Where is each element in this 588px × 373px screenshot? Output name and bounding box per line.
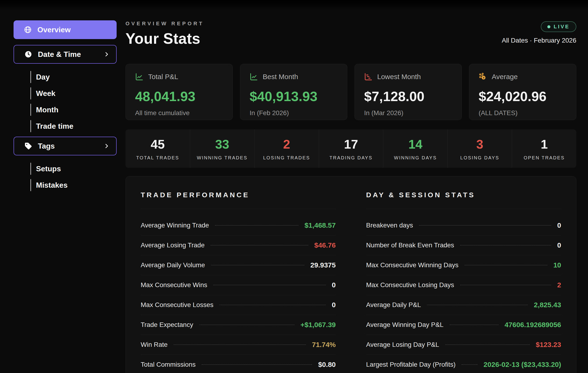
stat-row-largest-profitable-day: Largest Profitable Day (Profits) 2026-02… (366, 355, 561, 373)
card-subtext: In (Mar 2026) (364, 109, 452, 117)
counter-open-trades: 1 OPEN TRADES (512, 129, 576, 168)
counter-label: WINNING TRADES (197, 155, 248, 161)
sidebar-item-date-time[interactable]: Date & Time (14, 45, 117, 64)
stat-row-average-losing-trade: Average Losing Trade $46.76 (141, 235, 336, 255)
sidebar-item-tags[interactable]: Tags (14, 137, 117, 155)
day-session-stats-section: DAY & SESSION STATS Breakeven days 0 Num… (366, 191, 561, 373)
stat-label: Average Losing Day P&L (366, 341, 439, 348)
stat-row-average-winning-trade: Average Winning Trade $1,468.57 (141, 216, 336, 235)
trade-performance-section: TRADE PERFORMANCE Average Winning Trade … (141, 191, 336, 373)
counter-losing-trades: 2 LOSING TRADES (254, 129, 319, 168)
sidebar-subitem-day[interactable]: Day (30, 69, 117, 85)
counter-winning-days: 14 WINNING DAYS (383, 129, 448, 168)
counter-trading-days: 17 TRADING DAYS (319, 129, 383, 168)
stat-label: Breakeven days (366, 222, 413, 229)
sidebar-subitem-setups[interactable]: Setups (30, 161, 117, 177)
stat-value: 29.9375 (310, 261, 336, 269)
dotted-leader (427, 305, 528, 305)
stat-value: $46.76 (314, 241, 336, 249)
stat-value: 2026-02-13 ($23,433.20) (483, 361, 561, 369)
sidebar-item-label: Overview (37, 25, 71, 34)
stat-row-max-consecutive-winning-days: Max Consecutive Winning Days 10 (366, 255, 561, 275)
stat-label: Largest Profitable Day (Profits) (366, 361, 456, 368)
subitem-label: Trade time (36, 122, 74, 131)
section-title: DAY & SESSION STATS (366, 191, 561, 209)
stat-label: Trade Expectancy (141, 321, 193, 329)
stat-label: Average Winning Trade (141, 222, 209, 229)
card-value: $40,913.93 (250, 88, 338, 104)
stat-value: $1,468.57 (304, 221, 336, 229)
clock-icon (24, 50, 32, 58)
dotted-leader (202, 364, 312, 365)
stat-row-total-commissions: Total Commissions $0.80 (141, 355, 336, 373)
dotted-leader (462, 364, 477, 365)
card-value: $7,128.00 (364, 88, 452, 104)
counter-value: 2 (283, 137, 290, 151)
top-window-strip (0, 0, 588, 10)
counter-label: OPEN TRADES (524, 155, 565, 161)
stat-row-average-winning-day-pnl: Average Winning Day P&L 47606.192689056 (366, 315, 561, 335)
counter-value: 17 (344, 137, 358, 151)
stats-panel: TRADE PERFORMANCE Average Winning Trade … (126, 176, 576, 373)
sidebar: Overview Date & Time Day Week Month Trad… (14, 20, 117, 196)
dotted-leader (210, 245, 308, 245)
stat-value: 0 (557, 221, 561, 229)
stat-label: Total Commissions (141, 361, 196, 368)
stat-label: Average Winning Day P&L (366, 321, 444, 329)
sidebar-item-label: Tags (38, 142, 55, 151)
subitem-label: Mistakes (36, 181, 68, 189)
counter-label: TOTAL TRADES (136, 155, 179, 161)
live-status-badge[interactable]: LIVE (541, 21, 576, 32)
card-label: Total P&L (148, 73, 178, 81)
stat-value: 2,825.43 (534, 301, 561, 309)
card-lowest-month: Lowest Month $7,128.00 In (Mar 2026) (355, 64, 462, 120)
branch-bolt-icon (479, 73, 487, 81)
counter-value: 33 (215, 137, 229, 151)
live-dot-icon (547, 25, 550, 28)
stat-value: $0.80 (318, 361, 336, 369)
stat-label: Max Consecutive Winning Days (366, 261, 459, 269)
stat-value: 0 (332, 301, 336, 309)
stat-row-average-daily-volume: Average Daily Volume 29.9375 (141, 255, 336, 275)
stat-row-break-even-trades: Number of Break Even Trades 0 (366, 235, 561, 255)
stat-row-breakeven-days: Breakeven days 0 (366, 216, 561, 235)
sidebar-subitem-mistakes[interactable]: Mistakes (30, 177, 117, 193)
dotted-leader (213, 285, 326, 285)
dotted-leader (460, 245, 551, 245)
dotted-leader (445, 344, 530, 345)
dotted-leader (215, 225, 298, 226)
stat-label: Win Rate (141, 341, 168, 348)
dotted-leader (220, 305, 326, 305)
sidebar-item-overview[interactable]: Overview (14, 20, 117, 39)
summary-cards: Total P&L 48,041.93 All time cumulative … (126, 64, 576, 120)
counter-value: 14 (409, 137, 422, 151)
card-value: 48,041.93 (135, 88, 223, 104)
stat-row-average-losing-day-pnl: Average Losing Day P&L $123.23 (366, 335, 561, 355)
sidebar-item-label: Date & Time (38, 50, 81, 59)
subitem-label: Day (36, 73, 50, 81)
section-title: TRADE PERFORMANCE (141, 191, 336, 209)
stat-value: 71.74% (312, 341, 336, 349)
stat-row-win-rate: Win Rate 71.74% (141, 335, 336, 355)
tag-icon (24, 142, 32, 150)
sidebar-subitem-week[interactable]: Week (30, 85, 117, 101)
counter-value: 1 (541, 137, 548, 151)
card-average: Average $24,020.96 (ALL DATES) (469, 64, 576, 120)
sidebar-subitem-month[interactable]: Month (30, 101, 117, 118)
bar-chart-decreasing-icon (364, 73, 373, 81)
dotted-leader (465, 265, 547, 265)
stat-row-max-consecutive-losing-days: Max Consecutive Losing Days 2 (366, 275, 561, 295)
counter-label: WINNING DAYS (394, 155, 437, 161)
line-chart-icon (135, 73, 144, 81)
stat-label: Average Daily P&L (366, 301, 421, 309)
stat-value: 10 (553, 261, 561, 269)
card-subtext: In (Feb 2026) (250, 109, 338, 117)
counter-label: LOSING TRADES (263, 155, 310, 161)
sidebar-subitem-trade-time[interactable]: Trade time (30, 118, 117, 134)
stat-value: 0 (557, 241, 561, 249)
stat-value: 47606.192689056 (504, 321, 561, 329)
card-subtext: (ALL DATES) (479, 109, 567, 117)
date-range-label: All Dates · February 2026 (502, 37, 576, 44)
subitem-label: Setups (36, 165, 61, 173)
stat-value: 0 (332, 281, 336, 289)
